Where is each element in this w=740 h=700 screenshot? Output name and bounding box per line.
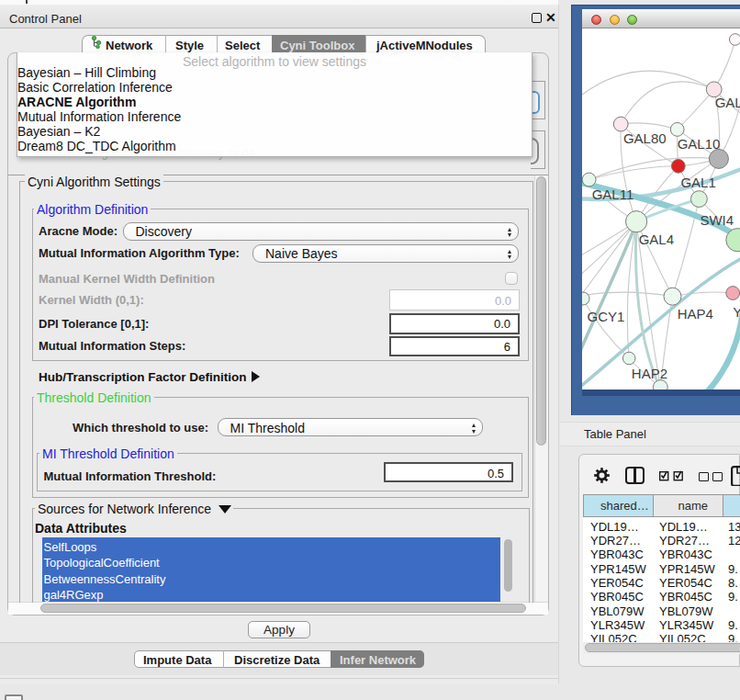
svg-text:GAL: GAL	[715, 95, 740, 110]
svg-text:Y: Y	[733, 304, 740, 320]
svg-text:HAP4: HAP4	[678, 306, 713, 322]
svg-text:GAL1: GAL1	[680, 175, 715, 190]
svg-text:GAL10: GAL10	[678, 136, 721, 152]
svg-text:GAL80: GAL80	[623, 130, 667, 146]
svg-text:GAL4: GAL4	[639, 231, 674, 247]
svg-text:GAL11: GAL11	[592, 186, 634, 202]
svg-text:GCY1: GCY1	[588, 309, 625, 324]
svg-text:SWI4: SWI4	[700, 212, 734, 228]
svg-text:HAP2: HAP2	[632, 366, 667, 381]
